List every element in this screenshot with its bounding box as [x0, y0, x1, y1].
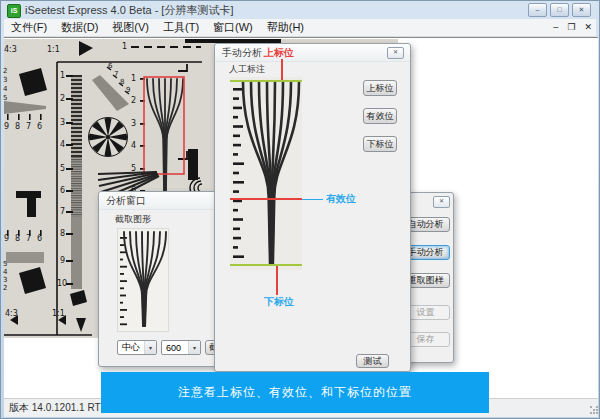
menu-window[interactable]: 窗口(W): [206, 19, 260, 36]
resize-grip[interactable]: [590, 406, 592, 408]
chart-number-label: 9: [60, 257, 65, 265]
hint-banner-text: 注意看上标位、有效位、和下标位的位置: [178, 384, 412, 401]
effective-callout-line: [302, 199, 323, 200]
lower-mark-callout: 下标位: [264, 297, 294, 307]
captured-pattern-svg: [118, 229, 168, 331]
chart-number-label: 2: [60, 95, 65, 103]
chart-number-label: 1: [131, 75, 136, 83]
chart-number-label: 2: [3, 285, 7, 292]
position-combo-value: 中心: [118, 341, 144, 354]
menu-help[interactable]: 帮助(H): [260, 19, 311, 36]
chart-number-label: 1: [60, 72, 65, 80]
upper-mark-line: [230, 80, 302, 82]
chart-number-label: 8: [60, 230, 65, 238]
chart-number-label: 7: [26, 235, 31, 243]
chevron-down-icon: ▾: [188, 341, 200, 354]
app-window: iS iSeetest Express 4.0 Beta - [分辨率测试卡] …: [0, 0, 600, 419]
chart-number-label: 6: [60, 187, 65, 195]
chevron-down-icon: ▾: [144, 341, 156, 354]
chart-number-label: 3: [3, 77, 7, 84]
chart-number-label: 4:3: [5, 310, 18, 318]
chart-number-label: 7: [26, 123, 31, 131]
chart-number-label: 5: [3, 261, 7, 268]
upper-mark-button[interactable]: 上标位: [363, 80, 397, 96]
chart-number-label: 4: [3, 269, 7, 276]
chart-number-label: 8: [15, 123, 20, 131]
chart-number-label: 1:1: [52, 310, 65, 318]
size-combo-value: 600: [162, 343, 188, 353]
chart-number-label: 3: [60, 119, 65, 127]
effective-mark-line: [230, 198, 302, 200]
lower-mark-button[interactable]: 下标位: [363, 136, 397, 152]
mdi-restore-icon[interactable]: ❐: [567, 21, 575, 33]
chart-number-label: 1:1: [47, 46, 60, 54]
chart-number-label: 2: [131, 97, 136, 105]
capture-graphic-label: 截取图形: [115, 215, 151, 224]
maximize-icon[interactable]: □: [550, 3, 569, 17]
mdi-child-controls: – ❐ ✕: [553, 21, 592, 33]
chart-number-label: 8: [15, 235, 20, 243]
chart-number-label: 4:3: [4, 46, 17, 54]
close-icon[interactable]: ✕: [433, 196, 450, 208]
close-icon[interactable]: ✕: [387, 47, 404, 59]
menu-bar: 文件(F) 数据(D) 视图(V) 工具(T) 窗口(W) 帮助(H): [4, 19, 596, 37]
lower-mark-line: [230, 264, 302, 266]
position-combo[interactable]: 中心 ▾: [117, 340, 157, 355]
chart-number-label: 10: [57, 280, 67, 288]
hint-banner: 注意看上标位、有效位、和下标位的位置: [101, 372, 489, 413]
test-button[interactable]: 测试: [356, 354, 389, 368]
chart-number-label: 3: [3, 277, 7, 284]
effective-mark-callout: 有效位: [326, 194, 356, 204]
mdi-minimize-icon[interactable]: –: [553, 21, 558, 33]
effective-mark-button[interactable]: 有效位: [363, 108, 397, 124]
menu-data[interactable]: 数据(D): [54, 19, 105, 36]
menu-tools[interactable]: 工具(T): [156, 19, 206, 36]
menu-file[interactable]: 文件(F): [4, 19, 54, 36]
upper-callout-line: [281, 59, 283, 80]
chart-number-label: 2: [3, 68, 7, 75]
caption-buttons: – □ ✕: [528, 3, 591, 17]
minimize-icon[interactable]: –: [528, 3, 547, 17]
lower-callout-line: [276, 266, 278, 295]
chart-number-label: 4: [60, 141, 65, 149]
chart-number-label: 7: [60, 208, 65, 216]
chart-number-label: 5: [60, 165, 65, 173]
mdi-close-icon[interactable]: ✕: [584, 21, 592, 33]
annotated-pattern-image: [230, 77, 302, 270]
close-icon[interactable]: ✕: [572, 3, 591, 17]
title-bar[interactable]: iS iSeetest Express 4.0 Beta - [分辨率测试卡]: [2, 2, 598, 19]
chart-number-label: 9: [126, 87, 130, 94]
chart-number-label: 5: [3, 95, 7, 102]
chart-number-label: 3: [131, 120, 136, 128]
annotated-pattern-svg: [230, 77, 302, 270]
chart-number-label: 1: [122, 43, 127, 51]
manual-analysis-dialog: 手动分析 ✕ 人工标注 上标位 有效位 下标位 上标位 有效位 下标位 测试: [214, 43, 411, 372]
chart-number-label: 9: [4, 123, 9, 131]
upper-mark-callout: 上标位: [264, 48, 294, 58]
manual-annotation-label: 人工标注: [229, 65, 265, 74]
window-title: iSeetest Express 4.0 Beta - [分辨率测试卡]: [25, 3, 233, 18]
chart-number-label: 6: [37, 235, 42, 243]
captured-pattern-image: [117, 228, 169, 332]
chart-number-label: 8: [120, 79, 124, 86]
chart-number-label: 9: [4, 235, 9, 243]
chart-number-label: 4: [131, 142, 136, 150]
manual-dialog-title[interactable]: 手动分析: [215, 44, 410, 62]
chart-number-label: 5: [131, 165, 136, 173]
chart-number-label: 7: [114, 71, 118, 78]
chart-number-label: 4: [3, 86, 7, 93]
menu-view[interactable]: 视图(V): [105, 19, 156, 36]
app-icon: iS: [7, 4, 21, 18]
chart-number-label: 6: [108, 63, 112, 70]
chart-number-label: 6: [37, 123, 42, 131]
size-combo[interactable]: 600 ▾: [161, 340, 201, 355]
